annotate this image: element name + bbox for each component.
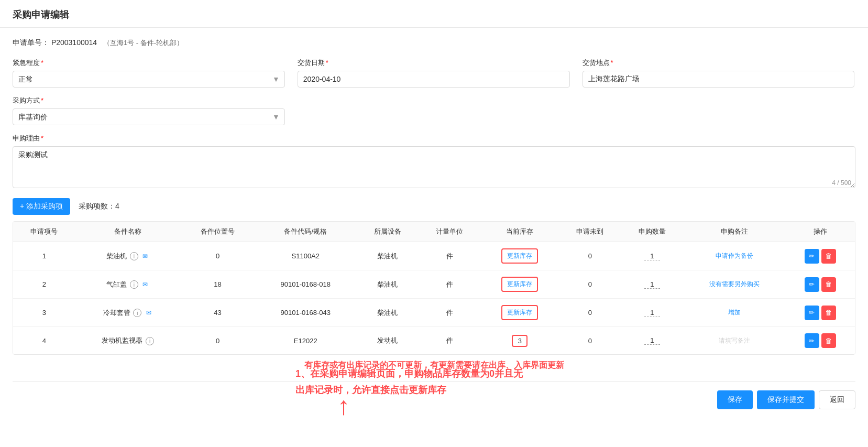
order-label: 申请单号： [13,38,49,47]
row2-msg-icon[interactable]: ✉ [141,280,149,289]
row1-msg-icon[interactable]: ✉ [141,252,149,260]
row4-device: 发动机 [356,327,419,355]
row2-device: 柴油机 [356,270,419,299]
info-bar: 申请单号： P2003100014 （互海1号 - 备件-轮机部） [13,38,855,48]
reason-counter: 4 / 500 [832,179,851,187]
add-purchase-item-button[interactable]: + 添加采购项 [13,198,70,215]
row2-action-btns: ✏ 🗑 [789,277,851,292]
col-header-code: 备件代码/规格 [255,222,356,242]
delivery-location-input[interactable] [583,71,855,88]
row3-pending: 0 [559,299,621,327]
form-row-3: 申购理由* 采购测试 4 / 500 [13,134,855,190]
row1-info-icon[interactable]: i [130,252,138,260]
row3-action-btns: ✏ 🗑 [789,306,851,320]
row2-index: 2 [13,270,75,299]
purchase-items-table: 申请项号 备件名称 备件位置号 备件代码/规格 所属设备 计量单位 当前库存 申… [13,222,855,354]
page-container: 采购申请编辑 申请单号： P2003100014 （互海1号 - 备件-轮机部）… [0,0,868,447]
delivery-location-group: 交货地点* [583,58,855,88]
row3-delete-button[interactable]: 🗑 [821,306,836,320]
table-row: 3 冷却套管 i ✉ 43 90101-0168-043 柴油机 件 [13,299,855,327]
row1-update-stock-button[interactable]: 更新库存 [504,250,535,261]
row4-info-icon[interactable]: i [146,337,154,345]
row2-pending: 0 [559,270,621,299]
order-sub-info: （互海1号 - 备件-轮机部） [103,39,183,47]
row3-actions: ✏ 🗑 [785,299,855,327]
save-button[interactable]: 保存 [717,390,753,409]
reason-textarea[interactable]: 采购测试 [13,146,855,188]
row2-actions: ✏ 🗑 [785,270,855,299]
row2-location: 18 [181,270,255,299]
row4-stock-value: 3 [512,335,528,347]
row3-device: 柴油机 [356,299,419,327]
row4-edit-button[interactable]: ✏ [805,333,819,348]
row2-edit-button[interactable]: ✏ [805,277,819,292]
row3-unit: 件 [419,299,481,327]
row3-note: 增加 [683,299,785,327]
row1-location: 0 [181,242,255,270]
delivery-location-label: 交货地点* [583,58,855,68]
row4-location: 0 [181,327,255,355]
row3-quantity: 1 [621,299,684,327]
row2-unit: 件 [419,270,481,299]
form-row-1: 紧急程度* 正常 紧急 特急 ▼ 交货日期* [13,58,855,88]
row3-note-link[interactable]: 增加 [728,309,741,316]
row2-info-icon[interactable]: i [130,280,138,289]
row1-edit-button[interactable]: ✏ [805,249,819,264]
row4-index: 4 [13,327,75,355]
row2-update-stock-button[interactable]: 更新库存 [504,279,535,290]
row2-delete-button[interactable]: 🗑 [821,277,836,292]
row3-info-icon[interactable]: i [133,309,141,317]
row1-unit: 件 [419,242,481,270]
reason-textarea-wrapper: 采购测试 4 / 500 [13,146,855,190]
col-header-unit: 计量单位 [419,222,481,242]
reason-group: 申购理由* 采购测试 4 / 500 [13,134,855,190]
col-header-pending: 申请未到 [559,222,621,242]
urgency-label: 紧急程度* [13,58,285,68]
row3-index: 3 [13,299,75,327]
row1-index: 1 [13,242,75,270]
row2-quantity: 1 [621,270,684,299]
row3-edit-button[interactable]: ✏ [805,306,819,320]
col-header-location: 备件位置号 [181,222,255,242]
row1-quantity: 1 [621,242,684,270]
urgency-group: 紧急程度* 正常 紧急 特急 ▼ [13,58,285,88]
row1-note: 申请作为备份 [683,242,785,270]
row1-device: 柴油机 [356,242,419,270]
footer-actions: 保存 保存并提交 返回 [13,381,855,409]
section-toolbar: + 添加采购项 采购项数：4 [13,198,855,215]
row4-code: E12022 [255,327,356,355]
row3-name: 冷却套管 i ✉ [75,299,181,327]
row4-action-btns: ✏ 🗑 [789,333,851,348]
row3-update-stock-button[interactable]: 更新库存 [504,307,535,318]
row4-delete-button[interactable]: 🗑 [821,333,836,348]
save-submit-button[interactable]: 保存并提交 [757,390,815,409]
urgency-select[interactable]: 正常 紧急 特急 [13,71,285,88]
row4-quantity: 1 [621,327,684,355]
purchase-method-select[interactable]: 库基询价 直接采购 招标采购 [13,108,285,125]
row3-location: 43 [181,299,255,327]
row1-note-link[interactable]: 申请作为备份 [716,252,753,259]
row4-note-placeholder: 请填写备注 [719,337,750,344]
page-content: 申请单号： P2003100014 （互海1号 - 备件-轮机部） 紧急程度* … [0,28,868,420]
order-number: P2003100014 [51,38,97,47]
row1-action-btns: ✏ 🗑 [789,249,851,264]
row4-pending: 0 [559,327,621,355]
row4-stock: 3 [480,327,559,355]
col-header-stock: 当前库存 [480,222,559,242]
row4-unit: 件 [419,327,481,355]
back-button[interactable]: 返回 [819,390,855,409]
row2-note-link[interactable]: 没有需要另外购买 [709,280,760,288]
row1-stock: 更新库存 [480,242,559,270]
page-title: 采购申请编辑 [13,8,855,21]
row3-stock: 更新库存 [480,299,559,327]
table-row: 2 气缸盖 i ✉ 18 90101-0168-018 柴油机 件 [13,270,855,299]
row3-msg-icon[interactable]: ✉ [145,309,153,317]
row1-name: 柴油机 i ✉ [75,242,181,270]
delivery-date-input[interactable] [298,71,570,88]
row1-delete-button[interactable]: 🗑 [821,249,836,264]
urgency-select-wrapper[interactable]: 正常 紧急 特急 ▼ [13,71,285,88]
row1-code: S1100A2 [255,242,356,270]
row2-stock: 更新库存 [480,270,559,299]
purchase-method-select-wrapper[interactable]: 库基询价 直接采购 招标采购 ▼ [13,108,285,125]
purchase-method-label: 采购方式* [13,96,285,105]
